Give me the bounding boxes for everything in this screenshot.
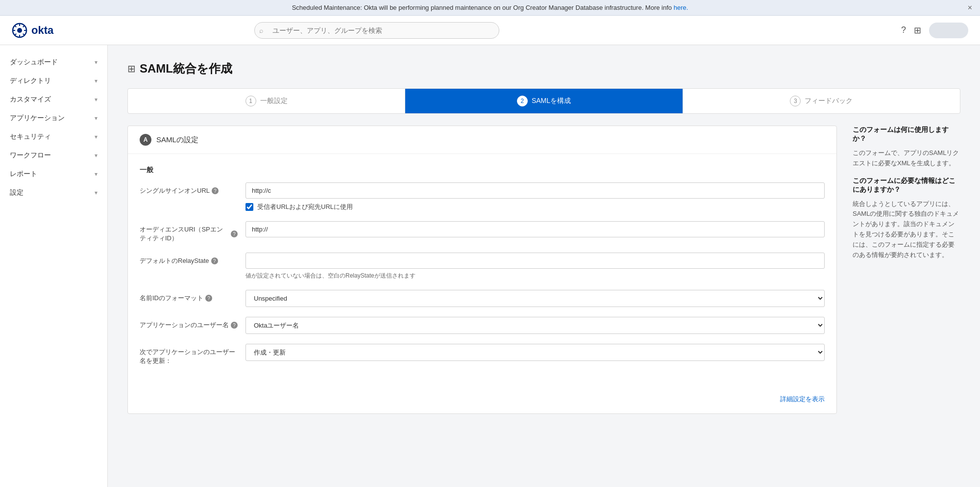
relay-state-hint: 値が設定されていない場合は、空白のRelayStateが送信されます <box>245 272 825 280</box>
sidebar-item-label: セキュリティ <box>10 132 51 141</box>
audience-uri-control <box>245 221 825 237</box>
sso-checkbox-row: 受信者URLおよび宛先URLに使用 <box>245 203 825 211</box>
form-row-audience-uri: オーディエンスURI（SPエンティティID） ? <box>140 221 825 243</box>
side-panel-text-2: 統合しようとしているアプリには、SAMLの使用に関する独自のドキュメントがありま… <box>853 199 960 260</box>
relay-state-label: デフォルトのRelayState ? <box>140 253 238 265</box>
grid-button[interactable]: ⊞ <box>914 25 921 36</box>
tab-feedback[interactable]: 3 フィードバック <box>683 89 960 113</box>
page-title: SAML統合を作成 <box>140 61 232 77</box>
sidebar-item-reports[interactable]: レポート ▾ <box>0 165 107 183</box>
form-header-title: SAMLの設定 <box>156 135 198 145</box>
app-layout: ダッシュボード ▾ ディレクトリ ▾ カスタマイズ ▾ アプリケーション ▾ セ… <box>0 45 980 487</box>
chevron-down-icon: ▾ <box>95 77 98 84</box>
okta-logo-icon <box>12 23 27 38</box>
advanced-link-row: 詳細設定を表示 <box>128 387 836 413</box>
saml-icon: ⊞ <box>127 63 136 75</box>
svg-line-7 <box>23 33 25 35</box>
step-tabs: 1 一般設定 2 SAMLを構成 3 フィードバック <box>127 88 960 114</box>
side-panel-title-1: このフォームは何に使用しますか？ <box>853 126 960 143</box>
banner-close-button[interactable]: × <box>968 3 972 12</box>
form-card-header: A SAMLの設定 <box>128 126 836 154</box>
relay-state-input[interactable] <box>245 253 825 269</box>
form-row-relay-state: デフォルトのRelayState ? 値が設定されていない場合は、空白のRela… <box>140 253 825 280</box>
sidebar-item-directory[interactable]: ディレクトリ ▾ <box>0 72 107 90</box>
header: okta ⌕ ? ⊞ <box>0 16 980 45</box>
update-username-control: 作成・更新 作成のみ <box>245 344 825 361</box>
form-row-sso-url: シングルサインオンURL ? 受信者URLおよび宛先URLに使用 <box>140 182 825 211</box>
side-panel-title-2: このフォームに必要な情報はどこにありますか？ <box>853 177 960 194</box>
update-username-label: 次でアプリケーションのユーザー名を更新： <box>140 344 238 365</box>
chevron-down-icon: ▾ <box>95 59 98 66</box>
name-id-format-control: Unspecified EmailAddress Persistent Tran… <box>245 290 825 307</box>
tab-feedback-label: フィードバック <box>805 97 853 105</box>
name-id-format-label: 名前IDのフォーマット ? <box>140 290 238 303</box>
app-username-select[interactable]: Oktaユーザー名 メール カスタム <box>245 317 825 334</box>
update-username-select[interactable]: 作成・更新 作成のみ <box>245 344 825 361</box>
tab-saml-configure-label: SAMLを構成 <box>532 97 571 105</box>
search-input[interactable] <box>254 22 499 39</box>
sidebar-item-customize[interactable]: カスタマイズ ▾ <box>0 90 107 109</box>
logo: okta <box>12 23 53 38</box>
svg-point-1 <box>17 28 22 33</box>
sso-url-label: シングルサインオンURL ? <box>140 182 238 195</box>
sidebar-item-label: カスタマイズ <box>10 95 51 104</box>
sso-url-input[interactable] <box>245 182 825 199</box>
sso-url-info-icon[interactable]: ? <box>212 187 219 194</box>
sidebar-item-label: レポート <box>10 170 37 179</box>
sidebar-item-label: ダッシュボード <box>10 58 58 67</box>
chevron-down-icon: ▾ <box>95 115 98 122</box>
logo-text: okta <box>31 24 53 37</box>
banner-text: Scheduled Maintenance: Okta will be perf… <box>292 4 674 11</box>
form-row-update-username: 次でアプリケーションのユーザー名を更新： 作成・更新 作成のみ <box>140 344 825 365</box>
tab-general-settings[interactable]: 1 一般設定 <box>128 89 405 113</box>
audience-uri-label: オーディエンスURI（SPエンティティID） ? <box>140 221 238 243</box>
sso-checkbox[interactable] <box>245 203 253 211</box>
page-title-row: ⊞ SAML統合を作成 <box>127 61 960 77</box>
form-row-name-id-format: 名前IDのフォーマット ? Unspecified EmailAddress P… <box>140 290 825 307</box>
sso-url-control: 受信者URLおよび宛先URLに使用 <box>245 182 825 211</box>
header-actions: ? ⊞ <box>901 23 968 38</box>
help-button[interactable]: ? <box>901 25 906 35</box>
name-id-format-select[interactable]: Unspecified EmailAddress Persistent Tran… <box>245 290 825 307</box>
name-id-format-info-icon[interactable]: ? <box>205 295 212 302</box>
search-bar: ⌕ <box>254 22 499 39</box>
search-icon: ⌕ <box>259 26 263 34</box>
chevron-down-icon: ▾ <box>95 189 98 196</box>
side-panel: このフォームは何に使用しますか？ このフォームで、アプリのSAMLリクエストに必… <box>853 126 960 268</box>
section-general-label: 一般 <box>140 166 825 175</box>
advanced-settings-link[interactable]: 詳細設定を表示 <box>780 395 825 403</box>
chevron-down-icon: ▾ <box>95 171 98 178</box>
step-2-num: 2 <box>517 96 528 106</box>
app-username-info-icon[interactable]: ? <box>231 322 238 329</box>
sidebar: ダッシュボード ▾ ディレクトリ ▾ カスタマイズ ▾ アプリケーション ▾ セ… <box>0 45 108 487</box>
banner-link[interactable]: here. <box>674 4 688 11</box>
sidebar-item-security[interactable]: セキュリティ ▾ <box>0 128 107 146</box>
form-card-body: 一般 シングルサインオンURL ? 受信者URLおよび宛先URLに使用 <box>128 154 836 387</box>
maintenance-banner: Scheduled Maintenance: Okta will be perf… <box>0 0 980 16</box>
audience-uri-info-icon[interactable]: ? <box>231 231 238 237</box>
svg-line-6 <box>15 25 17 27</box>
sidebar-item-workflow[interactable]: ワークフロー ▾ <box>0 146 107 165</box>
sidebar-item-label: 設定 <box>10 188 24 197</box>
relay-state-control: 値が設定されていない場合は、空白のRelayStateが送信されます <box>245 253 825 280</box>
sidebar-item-applications[interactable]: アプリケーション ▾ <box>0 109 107 128</box>
step-3-num: 3 <box>790 96 801 106</box>
form-header-badge: A <box>140 134 151 146</box>
audience-uri-input[interactable] <box>245 221 825 237</box>
relay-state-info-icon[interactable]: ? <box>211 257 218 264</box>
sidebar-item-label: ディレクトリ <box>10 77 51 85</box>
sidebar-item-settings[interactable]: 設定 ▾ <box>0 183 107 202</box>
svg-line-9 <box>15 33 17 35</box>
sso-checkbox-label: 受信者URLおよび宛先URLに使用 <box>257 203 353 211</box>
chevron-down-icon: ▾ <box>95 96 98 103</box>
app-username-label: アプリケーションのユーザー名 ? <box>140 317 238 330</box>
tab-general-settings-label: 一般設定 <box>260 97 288 105</box>
content-area: A SAMLの設定 一般 シングルサインオンURL ? <box>127 126 960 414</box>
svg-line-8 <box>23 25 25 27</box>
sidebar-item-label: ワークフロー <box>10 151 51 160</box>
app-username-control: Oktaユーザー名 メール カスタム <box>245 317 825 334</box>
sidebar-item-dashboard[interactable]: ダッシュボード ▾ <box>0 53 107 72</box>
chevron-down-icon: ▾ <box>95 152 98 159</box>
tab-saml-configure[interactable]: 2 SAMLを構成 <box>405 89 683 113</box>
step-1-num: 1 <box>245 96 256 106</box>
